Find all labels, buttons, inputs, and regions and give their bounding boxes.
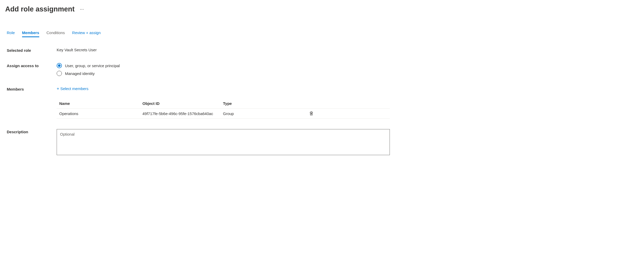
select-members-button[interactable]: + Select members — [57, 86, 390, 91]
page-header: Add role assignment ⋯ — [5, 5, 639, 13]
delete-member-button[interactable] — [306, 111, 317, 116]
label-selected-role: Selected role — [7, 48, 57, 53]
col-object-id: Object ID — [142, 101, 223, 106]
value-selected-role: Key Vault Secrets User — [57, 48, 390, 53]
cell-object-id: 49f717fe-5b6e-496c-95fe-1576cba640ac — [142, 111, 223, 116]
form: Selected role Key Vault Secrets User Ass… — [5, 48, 390, 155]
radio-user-group-sp[interactable]: User, group, or service principal — [57, 63, 390, 68]
label-members: Members — [7, 86, 57, 119]
cell-type: Group — [223, 111, 306, 116]
radio-label-managed: Managed identity — [65, 71, 95, 76]
tab-role[interactable]: Role — [7, 29, 15, 37]
trash-icon — [309, 111, 313, 116]
description-input[interactable] — [57, 129, 390, 155]
radio-icon — [57, 63, 62, 68]
table-header-row: Name Object ID Type — [57, 99, 390, 109]
radio-label-user: User, group, or service principal — [65, 64, 120, 68]
assign-access-radiogroup: User, group, or service principal Manage… — [57, 63, 390, 76]
tab-conditions[interactable]: Conditions — [47, 29, 65, 37]
label-assign-access: Assign access to — [7, 63, 57, 76]
tabs: Role Members Conditions Review + assign — [5, 29, 639, 37]
page-title: Add role assignment — [5, 5, 75, 13]
radio-icon — [57, 71, 62, 76]
col-name: Name — [59, 101, 142, 106]
label-description: Description — [7, 129, 57, 155]
more-actions-icon[interactable]: ⋯ — [80, 7, 84, 12]
plus-icon: + — [57, 86, 59, 91]
cell-name: Operations — [59, 111, 142, 116]
col-type: Type — [223, 101, 306, 106]
table-row: Operations 49f717fe-5b6e-496c-95fe-1576c… — [57, 109, 390, 119]
radio-managed-identity[interactable]: Managed identity — [57, 71, 390, 76]
members-value: + Select members Name Object ID Type Ope… — [57, 86, 390, 119]
select-members-label: Select members — [60, 86, 88, 91]
tab-review-assign[interactable]: Review + assign — [72, 29, 101, 37]
members-table: Name Object ID Type Operations 49f717fe-… — [57, 99, 390, 119]
tab-members[interactable]: Members — [22, 29, 39, 37]
